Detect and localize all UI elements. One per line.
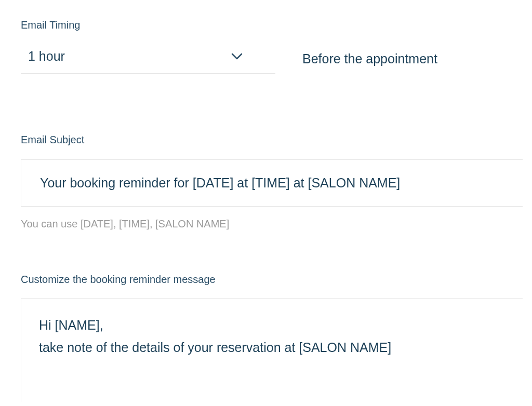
message-label: Customize the booking reminder message (21, 274, 523, 286)
timing-select[interactable]: 1 hour (21, 44, 275, 74)
timing-suffix-text: Before the appointment (302, 51, 437, 66)
email-subject-input[interactable] (21, 159, 523, 207)
message-textarea[interactable] (21, 298, 523, 402)
timing-select-value: 1 hour (28, 49, 65, 64)
email-subject-label: Email Subject (21, 134, 523, 146)
subject-helper-text: You can use [DATE], [TIME], [SALON NAME] (21, 218, 523, 230)
email-timing-label: Email Timing (21, 19, 523, 31)
chevron-down-icon (231, 50, 243, 63)
